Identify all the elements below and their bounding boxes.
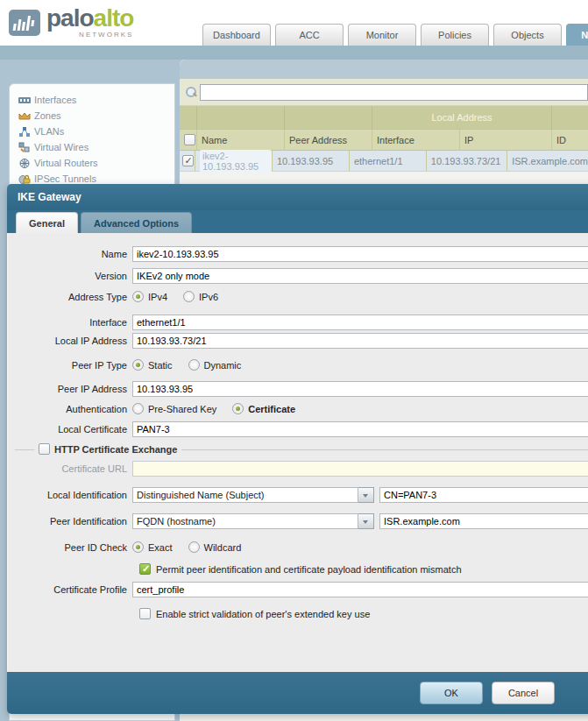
name-field[interactable] bbox=[132, 246, 588, 262]
sidebar-item-virtual-routers[interactable]: Virtual Routers bbox=[18, 155, 174, 171]
row-peer-address: 10.193.93.95 bbox=[273, 151, 350, 171]
column-header-ip[interactable]: IP bbox=[460, 130, 552, 150]
field-row-peer-ip: Peer IP Address bbox=[8, 381, 588, 397]
row-checkbox[interactable] bbox=[182, 155, 194, 166]
peer-ip-type-dynamic-option[interactable]: Dynamic bbox=[188, 359, 242, 371]
logo-palo: palo bbox=[46, 4, 94, 32]
zones-icon bbox=[18, 110, 31, 122]
wildcard-radio[interactable] bbox=[188, 541, 200, 553]
peer-identification-type-select[interactable]: FQDN (hostname) bbox=[132, 513, 358, 529]
ipv6-label: IPv6 bbox=[199, 292, 218, 302]
interface-field[interactable] bbox=[132, 315, 588, 330]
tab-monitor[interactable]: Monitor bbox=[348, 24, 416, 46]
certificate-radio[interactable] bbox=[232, 403, 244, 414]
permit-mismatch-row: Permit peer identification and certifica… bbox=[139, 563, 588, 575]
ipv4-radio[interactable] bbox=[132, 291, 144, 302]
dynamic-radio[interactable] bbox=[188, 359, 200, 371]
psk-label: Pre-Shared Key bbox=[148, 404, 216, 414]
nav-band bbox=[0, 46, 588, 60]
peer-id-check-label: Peer ID Check bbox=[8, 542, 132, 553]
peer-identification-value-field[interactable] bbox=[379, 513, 588, 529]
sidebar-item-zones[interactable]: Zones bbox=[18, 108, 174, 124]
tab-dashboard[interactable]: Dashboard bbox=[202, 24, 271, 46]
ipv4-label: IPv4 bbox=[148, 292, 167, 302]
peer-identification-type-value: FQDN (hostname) bbox=[137, 516, 216, 527]
ipv6-radio[interactable] bbox=[183, 291, 195, 302]
field-row-peer-id-check: Peer ID Check Exact Wildcard bbox=[8, 541, 588, 553]
psk-radio[interactable] bbox=[132, 403, 144, 414]
row-id: ISR.example.com bbox=[507, 151, 588, 171]
address-type-ipv4-option[interactable]: IPv4 bbox=[132, 291, 167, 302]
address-type-label: Address Type bbox=[8, 292, 132, 302]
sidebar-item-virtual-wires[interactable]: Virtual Wires bbox=[18, 139, 174, 155]
dialog-title: IKE Gateway bbox=[7, 184, 588, 210]
strict-validation-checkbox[interactable] bbox=[139, 608, 151, 619]
peer-ip-field[interactable] bbox=[132, 381, 588, 397]
version-label: Version bbox=[8, 271, 132, 281]
static-label: Static bbox=[148, 360, 173, 371]
search-input[interactable] bbox=[200, 84, 588, 101]
vlans-icon bbox=[18, 126, 31, 138]
field-row-name: Name bbox=[8, 246, 588, 262]
http-cert-exchange-checkbox[interactable] bbox=[39, 443, 50, 455]
peer-ip-type-static-option[interactable]: Static bbox=[132, 359, 173, 371]
tab-objects[interactable]: Objects bbox=[493, 24, 562, 46]
grid-group-header-row: Local Address bbox=[180, 106, 588, 129]
address-type-ipv6-option[interactable]: IPv6 bbox=[183, 291, 218, 302]
exact-label: Exact bbox=[148, 542, 173, 553]
field-row-certificate-profile: Certificate Profile bbox=[8, 582, 588, 597]
column-header-id[interactable]: ID bbox=[552, 130, 588, 150]
column-header-peer-address[interactable]: Peer Address bbox=[285, 130, 372, 150]
local-ip-label: Local IP Address bbox=[8, 336, 132, 346]
local-identification-type-value: Distinguished Name (Subject) bbox=[137, 490, 265, 500]
sidebar-item-vlans[interactable]: VLANs bbox=[18, 124, 174, 139]
version-field[interactable] bbox=[132, 268, 588, 284]
field-row-certificate-url: Certificate URL bbox=[15, 461, 588, 477]
field-row-peer-ip-type: Peer IP Type Static Dynamic bbox=[8, 359, 588, 371]
field-row-peer-identification: Peer Identification FQDN (hostname) bbox=[8, 513, 588, 529]
sidebar-item-interfaces[interactable]: Interfaces bbox=[18, 92, 174, 108]
authentication-label: Authentication bbox=[8, 404, 132, 414]
row-name[interactable]: ikev2-10.193.93.95 bbox=[200, 150, 272, 173]
certificate-label: Certificate bbox=[248, 404, 295, 414]
peer-id-check-wildcard-option[interactable]: Wildcard bbox=[188, 541, 242, 553]
local-ip-field[interactable] bbox=[132, 333, 588, 349]
chevron-down-icon[interactable] bbox=[358, 487, 374, 503]
local-identification-type-select[interactable]: Distinguished Name (Subject) bbox=[132, 487, 358, 503]
peer-ip-type-label: Peer IP Type bbox=[8, 360, 132, 371]
field-row-local-certificate: Local Certificate bbox=[8, 421, 588, 437]
local-certificate-label: Local Certificate bbox=[8, 424, 132, 435]
main-nav-tabs: Dashboard ACC Monitor Policies Objects N… bbox=[202, 24, 588, 46]
permit-mismatch-label: Permit peer identification and certifica… bbox=[156, 564, 462, 575]
auth-certificate-option[interactable]: Certificate bbox=[232, 403, 295, 414]
column-header-name[interactable]: Name bbox=[197, 130, 285, 150]
local-certificate-field[interactable] bbox=[132, 421, 588, 437]
tab-policies[interactable]: Policies bbox=[421, 24, 489, 46]
ok-button[interactable]: OK bbox=[420, 682, 483, 704]
wildcard-label: Wildcard bbox=[204, 542, 242, 553]
cancel-button[interactable]: Cancel bbox=[492, 682, 555, 704]
sidebar-item-label: Virtual Wires bbox=[34, 142, 89, 152]
certificate-profile-field[interactable] bbox=[132, 582, 588, 597]
virtual-wires-icon bbox=[18, 142, 31, 153]
dialog-footer: OK Cancel bbox=[7, 672, 588, 714]
ipsec-tunnels-icon bbox=[18, 173, 31, 185]
name-label: Name bbox=[8, 249, 132, 259]
tab-general[interactable]: General bbox=[16, 212, 78, 233]
select-all-checkbox[interactable] bbox=[184, 134, 195, 145]
chevron-down-icon[interactable] bbox=[358, 513, 374, 529]
peer-id-check-exact-option[interactable]: Exact bbox=[132, 541, 173, 553]
permit-mismatch-checkbox[interactable] bbox=[139, 563, 151, 575]
tab-network[interactable]: Network bbox=[566, 24, 588, 46]
auth-psk-option[interactable]: Pre-Shared Key bbox=[132, 403, 216, 414]
static-radio[interactable] bbox=[132, 359, 144, 371]
local-identification-value-field[interactable] bbox=[379, 487, 588, 503]
peer-identification-label: Peer Identification bbox=[8, 516, 132, 527]
tab-advanced-options[interactable]: Advanced Options bbox=[81, 212, 192, 233]
field-row-local-ip: Local IP Address bbox=[8, 333, 588, 349]
table-row[interactable]: ikev2-10.193.93.95 10.193.93.95 ethernet… bbox=[180, 151, 588, 172]
column-header-interface[interactable]: Interface bbox=[372, 130, 460, 150]
field-row-interface: Interface bbox=[8, 315, 588, 330]
exact-radio[interactable] bbox=[132, 541, 144, 553]
tab-acc[interactable]: ACC bbox=[275, 24, 344, 46]
